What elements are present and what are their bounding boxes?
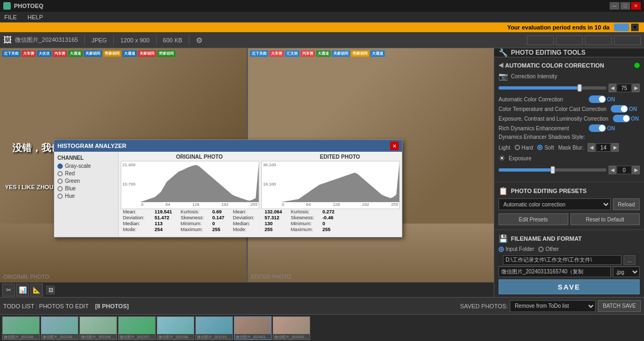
todo-label: TODO LIST : PHOTOS TO EDIT (3, 303, 89, 309)
edit-mode-label: Mode: (233, 227, 262, 232)
radio-grayscale (57, 164, 63, 169)
thumbnail-0[interactable]: 微信图片_202108101446... (2, 316, 40, 340)
edit-stats-2: Kurtosis:0.272 Skewness:-0.46 Minimum:0 … (291, 209, 335, 233)
intensity-slider-track[interactable] (499, 86, 606, 90)
auto-color-label: Automatic Color Correction (499, 97, 584, 102)
orig-maximum-value: 255 (213, 227, 221, 232)
exposure-increment[interactable]: ▶ (632, 166, 640, 174)
close-button[interactable]: ✕ (631, 2, 641, 10)
notif-arrow[interactable]: ▼ (631, 24, 639, 31)
presets-row: Automatic color correction Reload (499, 198, 640, 210)
main-area: 北下关街 大车营 大仗仗 汽车营 大通道 关家胡同 劳家胡同 大通道 关家胡同 … (0, 48, 644, 297)
thumb-label-5: 微信图片_202210241141... (196, 334, 232, 340)
shadows-radio-row: Light Hard Soft Mask Blur: ◀ 14 ▶ (499, 143, 640, 152)
channel-grayscale[interactable]: Gray-scale (57, 163, 115, 169)
edit-presets-button[interactable]: Edit Presets (499, 213, 568, 225)
rich-dynamics-toggle[interactable]: ON (589, 124, 615, 132)
collapse-icon[interactable]: ◀ (499, 62, 503, 69)
soft-option[interactable]: Soft (537, 145, 554, 151)
preset-select[interactable]: Automatic color correction (499, 198, 611, 210)
batch-save-button[interactable]: BATCH SAVE (598, 300, 641, 312)
exposure-decrement[interactable]: ◀ (609, 166, 616, 174)
temp-toggle[interactable]: ON (611, 105, 637, 113)
temp-track[interactable] (611, 105, 628, 113)
exposure-slider-thumb[interactable] (551, 166, 555, 174)
channel-red[interactable]: Red (57, 171, 115, 176)
shadows-style-label: Dynamics Enhancer Shadows Style: (499, 134, 585, 140)
exposure-toggle[interactable]: ON (613, 115, 639, 122)
histogram-tool-button[interactable]: 📊 (16, 284, 29, 296)
orig-median-label: Median: (123, 221, 152, 226)
format-select[interactable]: .jpg (613, 266, 640, 277)
thumbnail-2[interactable]: 微信图片_202206221434... (79, 316, 117, 340)
auto-color-track[interactable] (589, 95, 606, 103)
auto-color-toggle[interactable]: ON (589, 95, 615, 103)
input-folder-option[interactable]: Input Folder (499, 246, 534, 252)
radio-other (538, 247, 544, 252)
histogram-charts-area: ORIGINAL PHOTO EDITED PHOTO 21,400 10,70… (119, 152, 402, 237)
intensity-decrement[interactable]: ◀ (609, 84, 616, 92)
exposure-slider-container (499, 168, 606, 172)
thumbnail-3[interactable]: 微信图片_202207071704... (118, 316, 156, 340)
maximize-button[interactable]: □ (620, 2, 630, 10)
histogram-close-button[interactable]: ✕ (390, 142, 399, 150)
channel-blue[interactable]: Blue (57, 186, 115, 191)
orig-maximum-label: Maximum: (181, 227, 210, 232)
exposure-row: ☀ Exposure (499, 154, 640, 162)
thumb-label-4: 微信图片_202208111417... (157, 334, 194, 340)
toolbar: 🖼 微信图片_20240313165 JPEG 1200 x 900 600 K… (0, 32, 644, 48)
exposure-track[interactable] (613, 115, 630, 122)
reload-button[interactable]: Reload (613, 198, 640, 210)
path-input[interactable] (503, 255, 621, 265)
orig-yaxis: 21,400 10,700 (121, 161, 140, 202)
channel-hue[interactable]: Hue (57, 193, 115, 199)
browse-button[interactable]: ... (624, 255, 635, 265)
thumbnail-7[interactable]: 微信图片_2024031316574... (273, 316, 310, 340)
hard-label: Hard (522, 145, 533, 151)
panel-title: PHOTO EDITING TOOLS (511, 49, 586, 56)
intensity-label: Correction Intensity (511, 73, 575, 79)
rich-dynamics-label: Rich Dynamics Enhancement (499, 125, 584, 131)
minimize-button[interactable]: ─ (610, 2, 619, 10)
menu-help[interactable]: HELP (25, 14, 45, 20)
filename-input[interactable] (499, 266, 611, 277)
edit-mean-label: Mean: (233, 209, 262, 214)
filename-radio-row: Input Folder Other (499, 246, 640, 252)
presets-title-row: 📋 PHOTO EDITING PRESETS (499, 187, 640, 195)
exposure-on-text: ON (631, 116, 639, 122)
intensity-slider-thumb[interactable] (577, 84, 582, 92)
presets-title: PHOTO EDITING PRESETS (511, 188, 587, 194)
rich-dynamics-track[interactable] (589, 124, 606, 132)
menu-file[interactable]: FILE (2, 14, 19, 20)
edited-photo-label: EDITED PHOTO (251, 274, 291, 280)
mask-blur-increment[interactable]: ▶ (611, 143, 619, 152)
other-folder-option[interactable]: Other (538, 246, 559, 252)
thumb-label-6: 微信图片_2024031316574... (235, 334, 271, 340)
analysis-tool-button[interactable]: 📐 (30, 284, 43, 296)
thumbnail-5[interactable]: 微信图片_202210241141... (195, 316, 233, 340)
auto-color-title-row: ◀ AUTOMATIC COLOR CORRECTION (499, 62, 640, 69)
radio-blue (57, 186, 63, 191)
saved-select[interactable]: Remove from ToDo list (510, 300, 596, 312)
orig-stats-2: Kurtosis:0.69 Skewness:0.147 Minimum:0 M… (181, 209, 225, 233)
thumbnail-6[interactable]: 微信图片_2024031316574... (234, 316, 272, 340)
exposure-slider-track[interactable] (499, 168, 606, 172)
orig-stats: Mean:119.541 Deviation:51.472 Median:113… (123, 209, 172, 233)
histogram-body: CHANNEL Gray-scale Red Green (54, 152, 402, 237)
intensity-value: 75 (617, 84, 632, 92)
histogram-charts-row: 21,400 10,700 0 64 (121, 161, 400, 209)
filename-title-row: 💾 FILENAME AND FORMAT (499, 234, 640, 243)
channel-green[interactable]: Green (57, 178, 115, 184)
intensity-increment[interactable]: ▶ (632, 84, 640, 92)
mask-blur-decrement[interactable]: ◀ (588, 143, 595, 152)
notification-text: Your evaluation period ends in 10 da (507, 24, 610, 31)
auto-color-on-text: ON (607, 97, 615, 102)
crop-tool-button[interactable]: ✂ (2, 284, 15, 296)
save-button[interactable]: SAVE (499, 279, 640, 294)
hard-option[interactable]: Hard (515, 145, 533, 151)
reset-to-default-button[interactable]: Reset to Default (570, 213, 640, 225)
thumbnail-1[interactable]: 微信图片_202108161408... (41, 316, 78, 340)
right-panel: 🔧 PHOTO EDITING TOOLS ◀ AUTOMATIC COLOR … (494, 48, 644, 297)
thumbnail-4[interactable]: 微信图片_202208111417... (157, 316, 194, 340)
radio-green (57, 179, 63, 184)
